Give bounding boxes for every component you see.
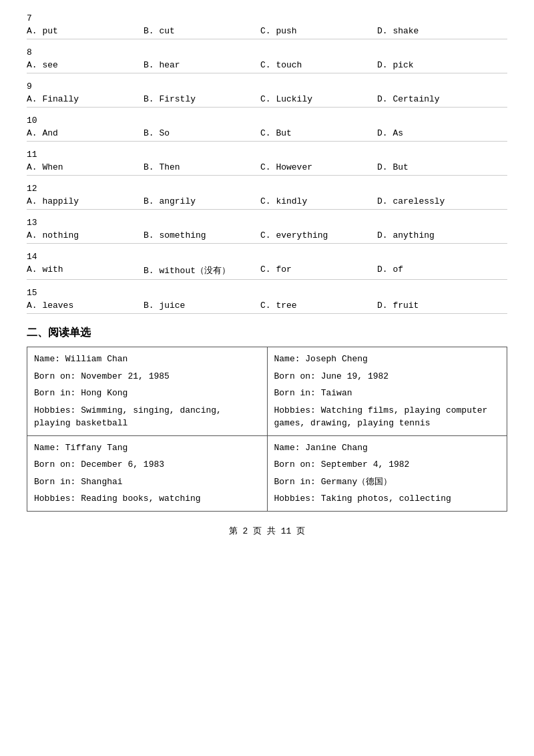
cell-line: Hobbies: Watching films, playing compute… [274,404,501,430]
option[interactable]: A. nothing [27,229,144,242]
separator-line [27,279,507,280]
cell-line: Hobbies: Reading books, watching [34,492,260,506]
question-number: 9 [27,81,507,91]
options-row: A. happilyB. angrilyC. kindlyD. careless… [27,195,507,208]
option[interactable]: D. carelessly [377,195,494,208]
option[interactable]: D. of [377,263,494,278]
options-row: A. putB. cutC. pushD. shake [27,25,507,37]
option[interactable]: B. cut [144,25,260,37]
question-11: 11A. WhenB. ThenC. HoweverD. But [27,150,507,176]
option[interactable]: A. happily [27,195,144,208]
separator-line [27,175,507,176]
question-8: 8A. seeB. hearC. touchD. pick [27,47,507,73]
question-number: 10 [27,116,507,126]
cell-line: Born on: September 4, 1982 [274,458,501,471]
cell-line: Hobbies: Taking photos, collecting [274,492,501,506]
options-row: A. seeB. hearC. touchD. pick [27,59,507,71]
option[interactable]: A. with [27,263,144,278]
question-number: 7 [27,13,507,23]
option[interactable]: C. everything [260,229,377,242]
option[interactable]: B. So [144,127,260,140]
cell-line: Born in: Germany（德国） [274,476,501,489]
option[interactable]: D. shake [377,25,494,37]
table-row: Name: William ChanBorn on: November 21, … [27,347,507,436]
question-number: 13 [27,218,507,228]
option[interactable]: B. juice [144,299,260,312]
option[interactable]: B. Then [144,161,260,174]
options-row: A. nothingB. somethingC. everythingD. an… [27,229,507,242]
option[interactable]: C. Luckily [260,93,377,106]
separator-line [27,141,507,142]
option[interactable]: C. for [260,263,377,278]
cell-line: Name: Joseph Cheng [274,353,501,366]
option[interactable]: B. something [144,229,260,242]
option[interactable]: A. When [27,161,144,174]
options-row: A. FinallyB. FirstlyC. LuckilyD. Certain… [27,93,507,106]
separator-line [27,73,507,73]
cell-line: Born on: December 6, 1983 [34,458,260,471]
option[interactable]: A. put [27,25,144,37]
page-footer: 第 2 页 共 11 页 [27,525,507,537]
question-13: 13A. nothingB. somethingC. everythingD. … [27,218,507,244]
questions-container: 7A. putB. cutC. pushD. shake8A. seeB. he… [27,13,507,314]
options-row: A. withB. without（没有）C. forD. of [27,263,507,278]
question-number: 8 [27,47,507,57]
option[interactable]: A. And [27,127,144,140]
question-number: 14 [27,252,507,262]
option[interactable]: C. push [260,25,377,37]
option[interactable]: B. Firstly [144,93,260,106]
option[interactable]: B. angrily [144,195,260,208]
option[interactable]: B. hear [144,59,260,71]
separator-line [27,243,507,244]
cell-line: Born on: June 19, 1982 [274,370,501,383]
cell-line: Name: Janine Chang [274,441,501,455]
table-cell: Name: Joseph ChengBorn on: June 19, 1982… [267,347,507,436]
options-row: A. WhenB. ThenC. HoweverD. But [27,161,507,174]
cell-line: Born in: Hong Kong [34,387,260,400]
cell-line: Born in: Shanghai [34,476,260,489]
separator-line [27,313,507,314]
option[interactable]: D. fruit [377,299,494,312]
table-cell: Name: Tiffany TangBorn on: December 6, 1… [27,435,268,511]
cell-line: Born in: Taiwan [274,387,501,400]
table-cell: Name: Janine ChangBorn on: September 4, … [267,435,507,511]
question-number: 12 [27,184,507,194]
question-9: 9A. FinallyB. FirstlyC. LuckilyD. Certai… [27,81,507,108]
option[interactable]: A. Finally [27,93,144,106]
options-row: A. leavesB. juiceC. treeD. fruit [27,299,507,312]
cell-line: Name: Tiffany Tang [34,441,260,455]
option[interactable]: B. without（没有） [144,263,260,278]
options-row: A. AndB. SoC. ButD. As [27,127,507,140]
option[interactable]: D. Certainly [377,93,494,106]
option[interactable]: C. kindly [260,195,377,208]
cell-line: Born on: November 21, 1985 [34,370,260,383]
option[interactable]: C. But [260,127,377,140]
question-number: 11 [27,150,507,160]
option[interactable]: D. anything [377,229,494,242]
option[interactable]: D. As [377,127,494,140]
section-title: 二、阅读单选 [27,326,507,340]
table-row: Name: Tiffany TangBorn on: December 6, 1… [27,435,507,511]
option[interactable]: A. see [27,59,144,71]
option[interactable]: C. tree [260,299,377,312]
question-15: 15A. leavesB. juiceC. treeD. fruit [27,288,507,314]
separator-line [27,39,507,39]
question-7: 7A. putB. cutC. pushD. shake [27,13,507,39]
table-cell: Name: William ChanBorn on: November 21, … [27,347,268,436]
option[interactable]: C. However [260,161,377,174]
option[interactable]: C. touch [260,59,377,71]
separator-line [27,107,507,108]
question-12: 12A. happilyB. angrilyC. kindlyD. carele… [27,184,507,210]
question-10: 10A. AndB. SoC. ButD. As [27,116,507,142]
option[interactable]: D. But [377,161,494,174]
cell-line: Hobbies: Swimming, singing, dancing, pla… [34,404,260,430]
cell-line: Name: William Chan [34,353,260,366]
reading-table: Name: William ChanBorn on: November 21, … [27,347,507,512]
option[interactable]: A. leaves [27,299,144,312]
question-number: 15 [27,288,507,298]
separator-line [27,209,507,210]
question-14: 14A. withB. without（没有）C. forD. of [27,252,507,280]
option[interactable]: D. pick [377,59,494,71]
